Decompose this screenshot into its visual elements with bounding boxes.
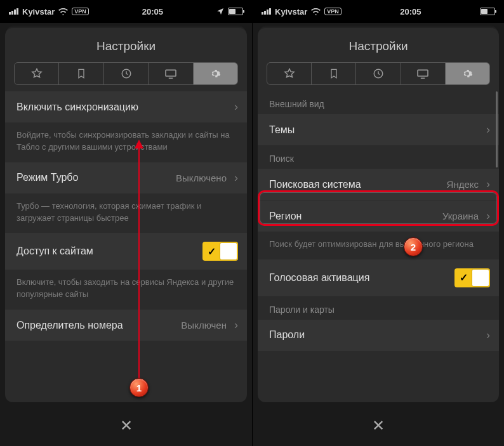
access-description: Включите, чтобы заходить на сервисы Янде… bbox=[5, 270, 247, 310]
check-icon: ✓ bbox=[202, 246, 220, 258]
sync-description: Войдите, чтобы синхронизировать закладки… bbox=[5, 123, 247, 162]
battery-icon bbox=[480, 8, 495, 15]
signal-icon bbox=[262, 8, 271, 15]
svg-rect-3 bbox=[418, 70, 428, 76]
status-bar: Kyivstar VPN 20:05 bbox=[0, 0, 252, 23]
carrier-label: Kyivstar bbox=[275, 7, 307, 16]
annotation-badge-1: 1 bbox=[129, 378, 149, 397]
row-label: Регион bbox=[269, 211, 302, 222]
row-region[interactable]: Регион Украина › bbox=[258, 200, 499, 232]
tab-favorites[interactable] bbox=[267, 63, 312, 84]
battery-icon bbox=[228, 8, 243, 15]
row-label: Включить синхронизацию bbox=[17, 102, 138, 113]
row-label: Режим Турбо bbox=[17, 172, 78, 183]
close-button[interactable]: ✕ bbox=[372, 417, 385, 435]
section-passwords: Пароли и карты bbox=[258, 297, 499, 320]
tab-history[interactable] bbox=[104, 63, 149, 84]
vpn-badge: VPN bbox=[324, 8, 342, 15]
row-passwords[interactable]: Пароли › bbox=[258, 320, 499, 351]
chevron-right-icon: › bbox=[234, 100, 238, 114]
row-value: Выключен bbox=[181, 320, 227, 331]
chevron-right-icon: › bbox=[486, 329, 490, 342]
row-turbo[interactable]: Режим Турбо Выключено › bbox=[5, 162, 247, 194]
row-site-access[interactable]: Доступ к сайтам ✓ bbox=[5, 233, 247, 270]
scroll-indicator bbox=[496, 91, 498, 167]
row-label: Определитель номера bbox=[17, 320, 123, 331]
phone-right: Kyivstar VPN 20:05 Настройки Внешний вид… bbox=[252, 0, 504, 446]
page-title: Настройки bbox=[258, 28, 499, 62]
settings-card: Настройки Внешний вид Темы › Поиск Поиск… bbox=[258, 28, 499, 402]
turbo-description: Турбо — технология, которая сжимает траф… bbox=[5, 194, 247, 233]
settings-card: Настройки Включить синхронизацию › Войди… bbox=[5, 28, 247, 402]
svg-rect-1 bbox=[166, 70, 176, 76]
signal-icon bbox=[9, 8, 18, 15]
clock: 20:05 bbox=[142, 7, 163, 16]
row-label: Голосовая активация bbox=[269, 272, 369, 284]
vpn-badge: VPN bbox=[72, 8, 89, 15]
chevron-right-icon: › bbox=[486, 123, 490, 136]
tab-favorites[interactable] bbox=[15, 63, 59, 84]
tab-bookmarks[interactable] bbox=[59, 63, 103, 84]
carrier-label: Kyivstar bbox=[22, 7, 55, 16]
tab-devices[interactable] bbox=[149, 63, 193, 84]
toggle-knob bbox=[472, 270, 489, 286]
chevron-right-icon: › bbox=[486, 209, 490, 223]
phone-left: Kyivstar VPN 20:05 Настройки Включить си… bbox=[0, 0, 252, 446]
tab-bar bbox=[267, 62, 490, 85]
row-voice-activation[interactable]: Голосовая активация ✓ bbox=[258, 259, 499, 297]
row-label: Пароли bbox=[269, 329, 305, 341]
toggle-voice[interactable]: ✓ bbox=[454, 268, 490, 287]
chevron-right-icon: › bbox=[234, 171, 238, 185]
row-value: Украина bbox=[442, 211, 479, 221]
status-bar: Kyivstar VPN 20:05 bbox=[253, 0, 504, 23]
section-search: Поиск bbox=[258, 146, 499, 169]
tab-devices[interactable] bbox=[401, 63, 446, 84]
toggle-site-access[interactable]: ✓ bbox=[202, 242, 238, 261]
tab-settings[interactable] bbox=[446, 63, 489, 84]
close-button[interactable]: ✕ bbox=[120, 417, 133, 435]
wifi-icon bbox=[58, 8, 68, 15]
tab-bar bbox=[14, 62, 238, 85]
tab-history[interactable] bbox=[356, 63, 401, 84]
tab-bookmarks[interactable] bbox=[312, 63, 356, 84]
annotation-badge-2: 2 bbox=[404, 237, 423, 256]
chevron-right-icon: › bbox=[486, 178, 490, 191]
settings-list[interactable]: Внешний вид Темы › Поиск Поисковая систе… bbox=[258, 91, 499, 351]
chevron-right-icon: › bbox=[234, 318, 238, 332]
wifi-icon bbox=[311, 8, 321, 15]
row-search-engine[interactable]: Поисковая система Яндекс › bbox=[258, 169, 499, 200]
page-title: Настройки bbox=[5, 28, 247, 62]
row-label: Доступ к сайтам bbox=[17, 246, 93, 257]
section-appearance: Внешний вид bbox=[258, 91, 499, 114]
annotation-arrow-head bbox=[135, 140, 143, 148]
clock: 20:05 bbox=[400, 7, 421, 16]
row-label: Темы bbox=[269, 124, 295, 136]
row-label: Поисковая система bbox=[269, 179, 361, 190]
tab-settings[interactable] bbox=[194, 63, 237, 84]
row-themes[interactable]: Темы › bbox=[258, 114, 499, 146]
toggle-knob bbox=[220, 243, 237, 259]
row-value: Выключено bbox=[176, 173, 227, 183]
row-enable-sync[interactable]: Включить синхронизацию › bbox=[5, 91, 247, 123]
region-description: Поиск будет оптимизирован для выбранного… bbox=[258, 232, 499, 259]
settings-list[interactable]: Включить синхронизацию › Войдите, чтобы … bbox=[5, 91, 247, 341]
location-icon bbox=[216, 8, 224, 15]
row-caller-id[interactable]: Определитель номера Выключен › bbox=[5, 310, 247, 341]
row-value: Яндекс bbox=[447, 179, 479, 190]
check-icon: ✓ bbox=[454, 272, 472, 284]
annotation-arrow-line bbox=[138, 146, 140, 381]
